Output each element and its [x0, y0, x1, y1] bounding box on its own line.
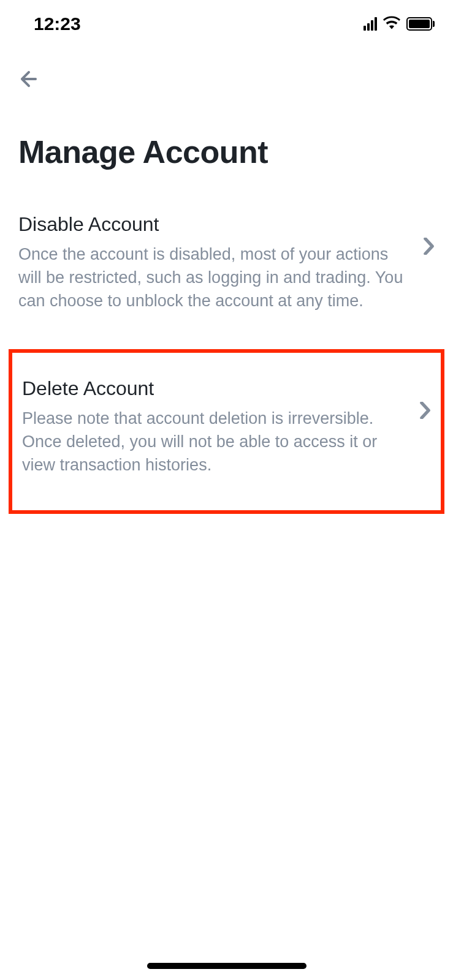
- chevron-right-icon: [424, 213, 435, 257]
- option-description: Please note that account deletion is irr…: [22, 407, 408, 477]
- chevron-right-icon: [420, 377, 431, 421]
- status-time: 12:23: [34, 13, 81, 34]
- status-indicators: [364, 16, 435, 32]
- battery-icon: [406, 17, 435, 31]
- wifi-icon: [383, 16, 400, 32]
- options-list: Disable Account Once the account is disa…: [0, 170, 453, 514]
- delete-account-option[interactable]: Delete Account Please note that account …: [9, 349, 444, 513]
- home-indicator[interactable]: [147, 963, 306, 969]
- status-bar: 12:23: [0, 0, 453, 37]
- option-title: Delete Account: [22, 377, 408, 400]
- cellular-signal-icon: [364, 17, 377, 31]
- option-title: Disable Account: [18, 213, 411, 236]
- disable-account-option[interactable]: Disable Account Once the account is disa…: [0, 201, 453, 331]
- page-title: Manage Account: [0, 93, 453, 170]
- back-button[interactable]: [0, 37, 453, 93]
- option-description: Once the account is disabled, most of yo…: [18, 243, 411, 312]
